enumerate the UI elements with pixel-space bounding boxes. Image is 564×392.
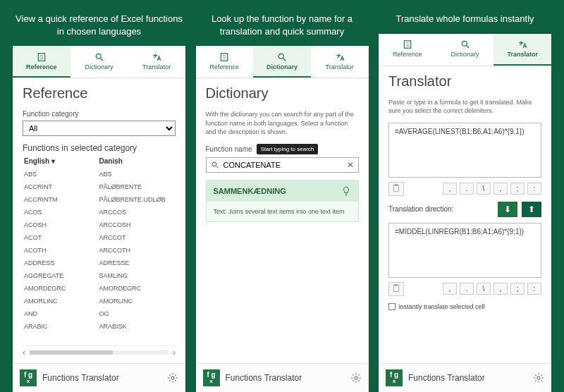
pane-translator: Reference Dictionary Translator Translat…	[379, 34, 551, 392]
result-description: Text: Joins several text items into one …	[207, 202, 358, 222]
table-row[interactable]: AMORDEGRCAMORDEGRC	[23, 282, 176, 295]
translate-up-button[interactable]: ⬆	[522, 202, 541, 217]
table-row[interactable]: ACOSHARCCOSH	[23, 219, 176, 231]
table-row[interactable]: ANDOG	[23, 307, 176, 320]
table-row[interactable]: ACCRINTMPÅLØBRENTE.UDLØB	[23, 193, 176, 206]
svg-point-20	[462, 41, 467, 46]
result-card[interactable]: SAMMENKÆDNING Text: Joins several text i…	[206, 180, 359, 223]
footer: f gx Functions Translator	[379, 363, 551, 392]
page-title: Translator	[388, 73, 541, 90]
paste-button[interactable]	[388, 282, 404, 296]
checkbox-icon	[388, 303, 396, 310]
reference-icon	[219, 52, 229, 62]
svg-point-15	[355, 376, 357, 379]
col-danish[interactable]: Danish	[99, 157, 175, 165]
category-select[interactable]: All	[23, 121, 176, 136]
table-row[interactable]: ACOTHARCCOTH	[23, 244, 176, 257]
search-icon	[460, 39, 470, 49]
formula-output[interactable]	[388, 223, 541, 278]
tab-dictionary[interactable]: Dictionary	[253, 46, 311, 78]
function-list: ABSABS ACCRINTPÅLØBRENTE ACCRINTMPÅLØBRE…	[23, 168, 176, 345]
svg-point-4	[96, 54, 101, 59]
svg-line-21	[466, 46, 469, 49]
svg-point-11	[278, 54, 283, 59]
delim-button[interactable]: .	[460, 283, 474, 295]
svg-line-5	[100, 58, 103, 61]
tab-reference[interactable]: Reference	[13, 46, 70, 78]
tab-translator[interactable]: Translator	[311, 46, 369, 78]
table-row[interactable]: ADDRESSADRESSE	[23, 257, 176, 269]
tab-translator[interactable]: Translator	[128, 46, 185, 78]
caption-translator: Translate whole formulas instantly	[379, 13, 551, 34]
reference-icon	[403, 39, 412, 49]
tab-bar: Reference Dictionary Translator	[379, 34, 551, 66]
chevron-right-icon: ›	[173, 348, 176, 357]
delim-button[interactable]: ,	[443, 283, 457, 295]
app-name: Functions Translator	[226, 373, 345, 383]
delimiter-row-top: , . \ , ; :	[388, 182, 541, 196]
search-tooltip: Start typing to search	[257, 144, 319, 154]
caption-reference: View a quick reference of Excel function…	[13, 13, 185, 46]
description: With the dictionary you can search for a…	[206, 110, 359, 137]
delim-button[interactable]: :	[527, 183, 541, 195]
gear-icon[interactable]	[533, 372, 544, 384]
svg-rect-22	[394, 185, 399, 191]
chevron-left-icon: ‹	[23, 348, 25, 357]
page-title: Dictionary	[206, 85, 359, 102]
delim-button[interactable]: ;	[510, 283, 525, 295]
footer: f gx Functions Translator	[13, 363, 185, 392]
caption-dictionary: Look up the function by name for a trans…	[196, 13, 369, 46]
list-heading: Functions in selected category	[23, 143, 176, 153]
delim-button[interactable]: ,	[443, 183, 457, 195]
tab-dictionary[interactable]: Dictionary	[436, 34, 494, 66]
tab-reference[interactable]: Reference	[196, 46, 254, 78]
search-icon	[277, 52, 287, 62]
translator-icon	[152, 52, 161, 62]
delim-button[interactable]: ,	[494, 183, 508, 195]
delim-button[interactable]: ;	[510, 183, 525, 195]
search-input[interactable]	[223, 161, 343, 169]
table-row[interactable]: ABSABS	[23, 168, 176, 180]
tab-bar: Reference Dictionary Translator	[196, 46, 369, 78]
delim-button[interactable]: \	[477, 283, 491, 295]
tab-translator[interactable]: Translator	[494, 34, 551, 66]
page-title: Reference	[23, 85, 176, 102]
search-icon	[94, 52, 104, 62]
tab-reference[interactable]: Reference	[379, 34, 436, 66]
app-name: Functions Translator	[42, 373, 161, 383]
tab-bar: Reference Dictionary Translator	[13, 46, 185, 78]
col-english[interactable]: English ▾	[24, 157, 99, 165]
delim-button[interactable]: ,	[494, 283, 508, 295]
formula-input[interactable]	[388, 123, 541, 178]
clear-icon[interactable]: ✕	[347, 160, 354, 170]
delim-button[interactable]: .	[460, 183, 474, 195]
svg-rect-24	[394, 285, 399, 291]
app-logo: f gx	[203, 369, 220, 386]
gear-icon[interactable]	[350, 372, 362, 384]
pane-reference: Reference Dictionary Translator Referenc…	[13, 46, 185, 392]
delimiter-row-bottom: , . \ , ; :	[388, 282, 541, 296]
instant-checkbox[interactable]: Instantly translate selected cell	[388, 303, 541, 310]
tab-dictionary[interactable]: Dictionary	[70, 46, 128, 78]
svg-line-14	[216, 166, 218, 168]
table-row[interactable]: ARABICARABISK	[23, 320, 176, 333]
svg-point-26	[537, 376, 540, 379]
translate-down-button[interactable]: ⬇	[498, 202, 517, 217]
app-name: Functions Translator	[408, 373, 527, 383]
arrow-up-icon: ⬆	[528, 204, 535, 214]
table-row[interactable]: AMORLINCAMORLINC	[23, 295, 176, 307]
delim-button[interactable]: \	[477, 183, 491, 195]
search-field[interactable]: ✕	[206, 157, 359, 173]
paste-button[interactable]	[388, 182, 404, 196]
arrow-down-icon: ⬇	[504, 204, 511, 214]
table-row[interactable]: ACOTARCCOT	[23, 231, 176, 244]
table-row[interactable]: AGGREGATESAMLING	[23, 269, 176, 282]
delim-button[interactable]: :	[527, 283, 541, 295]
table-row[interactable]: ACCRINTPÅLØBRENTE	[23, 180, 176, 193]
table-row[interactable]: ACOSARCCOS	[23, 206, 176, 219]
app-logo: f gx	[386, 369, 403, 386]
app-logo: f gx	[20, 369, 37, 386]
gear-icon[interactable]	[167, 372, 178, 384]
translator-icon	[517, 39, 527, 49]
horizontal-scrollbar[interactable]: ‹ ›	[23, 345, 176, 359]
